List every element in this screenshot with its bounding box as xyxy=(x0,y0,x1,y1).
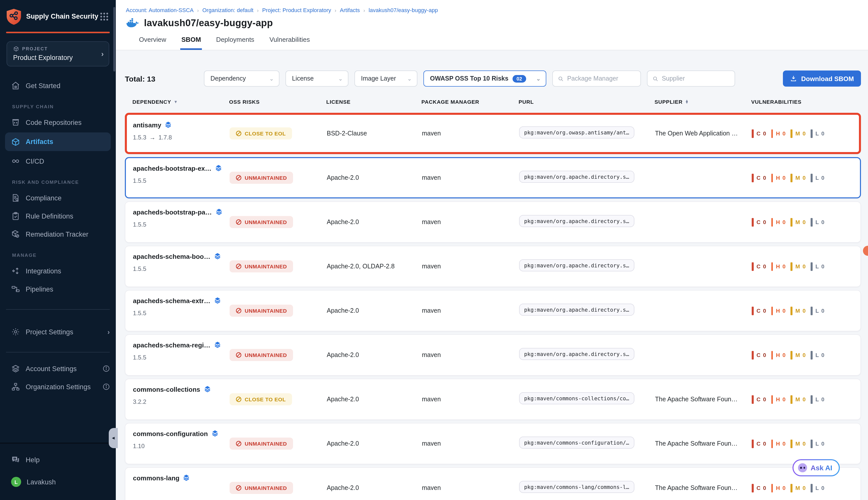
supplier-search-input[interactable] xyxy=(662,75,730,82)
severity-medium: M 0 xyxy=(791,173,806,182)
sidebar-item-project-settings[interactable]: Project Settings › xyxy=(0,323,116,341)
sidebar-collapse-handle[interactable]: ◀ xyxy=(109,428,118,448)
layers-icon[interactable] xyxy=(214,253,221,260)
vulnerabilities-cell: C 0 H 0 M 0 L 0 xyxy=(752,351,860,359)
purl-value[interactable]: pkg:maven/org.apache.directory.s… xyxy=(519,215,634,227)
chevron-right-icon: › xyxy=(197,7,199,13)
severity-medium: M 0 xyxy=(791,262,806,271)
table-row[interactable]: apacheds-bootstrap-pa… 1.5.5 xyxy=(125,202,861,243)
sidebar-item-label: Code Repositories xyxy=(26,118,82,126)
table-row[interactable]: apacheds-schema-regi… 1.5.5 xyxy=(125,334,861,376)
sidebar-item-get-started[interactable]: Get Started xyxy=(0,77,116,95)
package-manager-search xyxy=(552,70,641,87)
chevron-right-icon: › xyxy=(107,328,110,336)
ai-robot-icon xyxy=(798,463,807,472)
cicd-infinity-icon xyxy=(11,157,20,166)
image-layer-filter-dropdown[interactable]: Image Layer ⌄ xyxy=(354,70,418,87)
integrations-icon xyxy=(11,266,20,275)
license-filter-dropdown[interactable]: License ⌄ xyxy=(285,70,349,87)
oss-risk-cell: CLOSE TO EOL xyxy=(230,393,327,405)
page-title: lavakush07/easy-buggy-app xyxy=(144,18,273,29)
sidebar-footer: Help L Lavakush xyxy=(0,443,116,500)
oss-risk-cell: UNMAINTAINED xyxy=(230,482,327,494)
sidebar-item-label: Project Settings xyxy=(26,328,73,336)
purl-value[interactable]: pkg:maven/org.apache.directory.s… xyxy=(519,259,634,271)
table-row[interactable]: commons-collections 3.2.2 xyxy=(125,379,861,420)
breadcrumb: Account: Automation-SSCA › Organization:… xyxy=(126,7,868,13)
layers-icon[interactable] xyxy=(216,208,222,216)
purl-value[interactable]: pkg:maven/org.apache.directory.s… xyxy=(519,171,634,183)
purl-value[interactable]: pkg:maven/org.apache.directory.s… xyxy=(519,304,634,316)
layers-icon[interactable] xyxy=(214,297,221,305)
severity-medium: M 0 xyxy=(791,484,806,492)
purl-value[interactable]: pkg:maven/commons-configuration/… xyxy=(519,436,634,448)
purl-value[interactable]: pkg:maven/commons-collections/co… xyxy=(519,392,634,404)
download-sbom-button[interactable]: Download SBOM xyxy=(783,70,861,87)
sidebar-item-remediation-tracker[interactable]: Remediation Tracker xyxy=(0,225,116,243)
sidebar-item-account-settings[interactable]: Account Settings xyxy=(0,360,116,378)
table-row[interactable]: apacheds-schema-extr… 1.5.5 xyxy=(125,290,861,331)
breadcrumb-account[interactable]: Account: Automation-SSCA xyxy=(126,7,194,13)
layers-icon[interactable] xyxy=(183,474,190,482)
risk-slash-circle-icon xyxy=(236,263,242,269)
layers-icon[interactable] xyxy=(215,164,222,172)
layers-icon[interactable] xyxy=(212,430,218,438)
purl-cell: pkg:maven/org.apache.directory.s… xyxy=(519,304,655,318)
purl-value[interactable]: pkg:maven/commons-lang/commons-l… xyxy=(519,481,634,493)
page-header: Account: Automation-SSCA › Organization:… xyxy=(116,0,868,50)
sidebar: Supply Chain Security PROJECT Product Ex… xyxy=(0,0,116,500)
dependency-name: antisamy xyxy=(133,121,161,129)
severity-medium: M 0 xyxy=(791,129,806,138)
dependency-name: apacheds-schema-boo… xyxy=(133,253,210,260)
sidebar-item-code-repositories[interactable]: Code Repositories xyxy=(0,113,116,132)
table-row[interactable]: commons-configuration 1.10 xyxy=(125,423,861,464)
sidebar-item-pipelines[interactable]: Pipelines xyxy=(0,280,116,298)
sidebar-item-organization-settings[interactable]: Organization Settings xyxy=(0,378,116,396)
sidebar-item-integrations[interactable]: Integrations xyxy=(0,262,116,280)
module-grid-icon[interactable] xyxy=(100,12,109,21)
breadcrumb-project[interactable]: Project: Product Exploratory xyxy=(262,7,331,13)
supplier-cell: The Apache Software Foun… xyxy=(655,396,752,403)
tab-bar: Overview SBOM Deployments Vulnerabilitie… xyxy=(138,36,868,50)
tab-deployments[interactable]: Deployments xyxy=(215,36,255,50)
sidebar-user-menu[interactable]: L Lavakush xyxy=(0,473,116,491)
sidebar-item-help[interactable]: Help xyxy=(0,451,116,469)
sidebar-item-rule-definitions[interactable]: Rule Definitions xyxy=(0,207,116,225)
table-row[interactable]: apacheds-bootstrap-ex… 1.5.5 xyxy=(125,157,861,198)
oss-risk-cell: UNMAINTAINED xyxy=(230,172,327,184)
breadcrumb-artifacts[interactable]: Artifacts xyxy=(340,7,360,13)
dependency-name: commons-configuration xyxy=(133,430,208,438)
dependency-cell: apacheds-schema-extr… 1.5.5 xyxy=(133,291,230,317)
purl-value[interactable]: pkg:maven/org.owasp.antisamy/ant… xyxy=(519,126,634,138)
breadcrumb-organization[interactable]: Organization: default xyxy=(202,7,253,13)
sidebar-item-label: Get Started xyxy=(26,82,60,89)
sidebar-item-compliance[interactable]: Compliance xyxy=(0,189,116,207)
column-header-dependency[interactable]: DEPENDENCY ▼ xyxy=(133,99,229,105)
table-row[interactable]: commons-lang xyxy=(125,467,861,500)
owasp-risks-filter-dropdown[interactable]: OWASP OSS Top 10 Risks 02 ⌄ xyxy=(423,70,546,87)
remediation-tracker-icon xyxy=(11,230,20,239)
tab-vulnerabilities[interactable]: Vulnerabilities xyxy=(269,36,311,50)
package-manager-search-input[interactable] xyxy=(567,75,636,82)
column-header-supplier[interactable]: SUPPLIER ▲▼ xyxy=(654,99,751,105)
oss-risk-badge: UNMAINTAINED xyxy=(230,305,293,317)
sidebar-item-artifacts[interactable]: Artifacts xyxy=(5,133,111,151)
sidebar-scrollbar-thumb[interactable] xyxy=(113,7,115,71)
breadcrumb-current[interactable]: lavakush07/easy-buggy-app xyxy=(368,7,438,13)
license-cell: Apache-2.0 xyxy=(327,218,422,226)
sidebar-item-cicd[interactable]: CI/CD xyxy=(0,152,116,170)
tab-overview[interactable]: Overview xyxy=(138,36,167,50)
package-manager-cell: maven xyxy=(422,307,519,314)
ask-ai-button[interactable]: Ask AI xyxy=(792,459,840,476)
tab-sbom[interactable]: SBOM xyxy=(180,36,202,50)
table-row[interactable]: antisamy 1.5.3 → 1.7.8 xyxy=(125,113,861,154)
package-manager-cell: maven xyxy=(422,174,519,181)
dependency-filter-dropdown[interactable]: Dependency ⌄ xyxy=(204,70,279,87)
sidebar-item-label: Help xyxy=(26,456,40,464)
table-row[interactable]: apacheds-schema-boo… 1.5.5 xyxy=(125,246,861,287)
layers-icon[interactable] xyxy=(165,121,172,129)
project-selector[interactable]: PROJECT Product Exploratory › xyxy=(7,41,109,67)
layers-icon[interactable] xyxy=(214,341,221,349)
layers-icon[interactable] xyxy=(204,386,211,393)
purl-value[interactable]: pkg:maven/org.apache.directory.s… xyxy=(519,348,634,360)
